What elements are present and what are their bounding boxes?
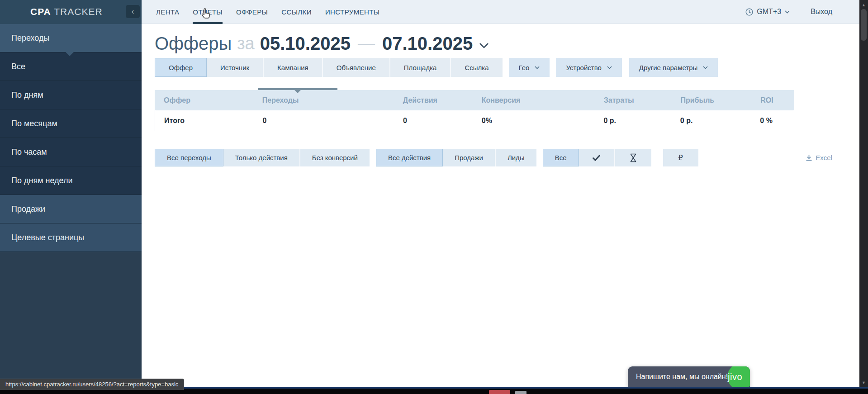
filter-vse-deystviya[interactable]: Все действия — [376, 149, 443, 166]
title-preposition: за — [237, 34, 255, 53]
currency-filter-button[interactable]: ₽ — [663, 149, 698, 166]
tab-ssylka[interactable]: Ссылка — [451, 58, 502, 77]
top-navigation-bar: ЛЕНТА ОТЧЕТЫ ОФФЕРЫ ССЫЛКИ ИНСТРУМЕНТЫ G… — [142, 0, 859, 24]
tab-istochnik[interactable]: Источник — [207, 58, 264, 77]
filter-status-pending[interactable] — [615, 149, 651, 166]
totals-clicks: 0 — [253, 117, 394, 125]
filter-label: Все действия — [388, 154, 431, 161]
table-row-totals: Итого 0 0 0% 0 р. 0 р. 0 % — [155, 110, 794, 131]
col-header-offer[interactable]: Оффер — [155, 96, 253, 104]
col-header-pribyl[interactable]: Прибыль — [671, 96, 751, 104]
logout-link[interactable]: Выход — [811, 8, 832, 16]
device-dropdown[interactable]: Устройство — [556, 58, 621, 77]
sidebar-item-vse[interactable]: Все — [0, 52, 142, 81]
sidebar-item-label: По дням недели — [11, 176, 73, 185]
chevron-left-icon: ‹ — [132, 7, 134, 16]
taskbar-red-fragment — [489, 390, 510, 394]
geo-dropdown[interactable]: Гео — [509, 58, 550, 77]
status-filter-group: Все — [543, 149, 651, 166]
tab-obyavlenie[interactable]: Объявление — [323, 58, 390, 77]
download-icon — [806, 154, 812, 161]
sort-indicator — [258, 88, 337, 90]
clock-icon — [745, 8, 753, 16]
filter-label: Продажи — [455, 154, 483, 161]
nav-tab-ssylki[interactable]: ССЫЛКИ — [281, 0, 312, 24]
date-to[interactable]: 07.10.2025 — [382, 33, 473, 54]
actions-filter-group: Все действия Продажи Лиды — [376, 149, 536, 166]
tab-label: Площадка — [404, 64, 437, 71]
nav-tab-lenta[interactable]: ЛЕНТА — [156, 0, 179, 24]
nav-tab-instrumenty[interactable]: ИНСТРУМЕНТЫ — [325, 0, 380, 24]
totals-roi: 0 % — [751, 117, 794, 125]
excel-export-link[interactable]: Excel — [806, 149, 832, 166]
filter-bez-konversiy[interactable]: Без конверсий — [300, 149, 370, 166]
filter-label: Все — [555, 154, 567, 161]
excel-label: Excel — [816, 154, 832, 161]
sidebar-item-po-mesyacam[interactable]: По месяцам — [0, 109, 142, 138]
totals-costs: 0 р. — [594, 117, 671, 125]
chevron-down-icon — [535, 66, 540, 69]
dropdown-label: Гео — [519, 64, 530, 71]
other-params-dropdown[interactable]: Другие параметры — [629, 58, 718, 77]
top-nav: ЛЕНТА ОТЧЕТЫ ОФФЕРЫ ССЫЛКИ ИНСТРУМЕНТЫ — [156, 0, 379, 24]
col-header-perehody[interactable]: Переходы — [253, 96, 394, 104]
col-header-zatraty[interactable]: Затраты — [595, 96, 672, 104]
sidebar-item-label: Целевые страницы — [11, 233, 84, 242]
page-scrollbar[interactable]: ▲ ▼ — [859, 0, 868, 387]
taskbar-gray-fragment — [515, 391, 526, 394]
sidebar-item-label: Продажи — [11, 204, 45, 214]
hourglass-icon — [630, 153, 637, 162]
app-logo-bold: CPA — [30, 6, 51, 17]
scrollbar-thumb[interactable] — [861, 9, 867, 41]
filter-tolko-deystviya[interactable]: Только действия — [223, 149, 300, 166]
sidebar-item-label: Переходы — [11, 33, 49, 43]
sidebar-collapse-button[interactable]: ‹ — [126, 5, 140, 18]
col-header-deystviya[interactable]: Действия — [394, 96, 473, 104]
tab-kampaniya[interactable]: Кампания — [264, 58, 323, 77]
sidebar-item-label: По дням — [11, 90, 43, 100]
filter-label: Без конверсий — [312, 154, 358, 161]
dimension-tabs-row: Оффер Источник Кампания Объявление Площа… — [155, 58, 859, 77]
filter-lidy[interactable]: Лиды — [496, 149, 536, 166]
dropdown-label: Другие параметры — [639, 64, 698, 71]
date-from[interactable]: 05.10.2025 — [260, 33, 351, 54]
ruble-icon: ₽ — [678, 153, 683, 162]
chat-widget[interactable]: Напишите нам, мы онлайн! jivo — [628, 366, 750, 387]
sidebar-header: CPA TRACKER ‹ — [0, 0, 142, 24]
col-header-roi[interactable]: ROI — [751, 96, 794, 104]
timezone-selector[interactable]: GMT+3 — [745, 8, 790, 16]
topbar-right: GMT+3 Выход — [745, 8, 832, 16]
scroll-up-arrow-icon[interactable]: ▲ — [859, 1, 868, 9]
date-range-chevron-icon[interactable] — [479, 43, 489, 48]
page-title: Офферы — [155, 33, 232, 54]
sidebar-item-po-dnyam[interactable]: По дням — [0, 81, 142, 109]
sidebar-item-po-dnyam-nedeli[interactable]: По дням недели — [0, 166, 142, 195]
report-title-row: Офферы за 05.10.2025 — 07.10.2025 — [155, 33, 859, 54]
sidebar-item-prodazhi[interactable]: Продажи — [0, 195, 142, 223]
sidebar-item-celevye-stranicy[interactable]: Целевые страницы — [0, 223, 142, 252]
nav-tab-otchety[interactable]: ОТЧЕТЫ — [193, 0, 223, 24]
dimension-tab-group: Оффер Источник Кампания Объявление Площа… — [155, 58, 503, 77]
nav-tab-label: ИНСТРУМЕНТЫ — [325, 8, 380, 16]
filter-label: Все переходы — [167, 154, 211, 161]
filter-status-vse[interactable]: Все — [543, 149, 579, 166]
nav-tab-label: ЛЕНТА — [156, 8, 179, 16]
tab-offer[interactable]: Оффер — [155, 58, 207, 77]
sidebar-item-label: По месяцам — [11, 119, 57, 128]
sidebar-item-perehody[interactable]: Переходы — [0, 24, 142, 52]
report-table: Оффер Переходы Действия Конверсия Затрат… — [155, 90, 794, 131]
totals-profit: 0 р. — [671, 117, 751, 125]
filter-status-confirmed[interactable] — [579, 149, 615, 166]
filter-label: Только действия — [235, 154, 288, 161]
col-header-konversiya[interactable]: Конверсия — [473, 96, 595, 104]
traffic-filter-group: Все переходы Только действия Без конверс… — [155, 149, 370, 166]
nav-tab-label: ОФФЕРЫ — [236, 8, 268, 16]
sidebar-item-po-chasam[interactable]: По часам — [0, 138, 142, 166]
filter-vse-perehody[interactable]: Все переходы — [155, 149, 223, 166]
sidebar-item-label: По часам — [11, 147, 47, 157]
scroll-down-arrow-icon[interactable]: ▼ — [859, 379, 868, 386]
filter-prodazhi[interactable]: Продажи — [443, 149, 496, 166]
check-icon — [593, 155, 600, 161]
tab-ploshchadka[interactable]: Площадка — [390, 58, 451, 77]
nav-tab-offery[interactable]: ОФФЕРЫ — [236, 0, 268, 24]
